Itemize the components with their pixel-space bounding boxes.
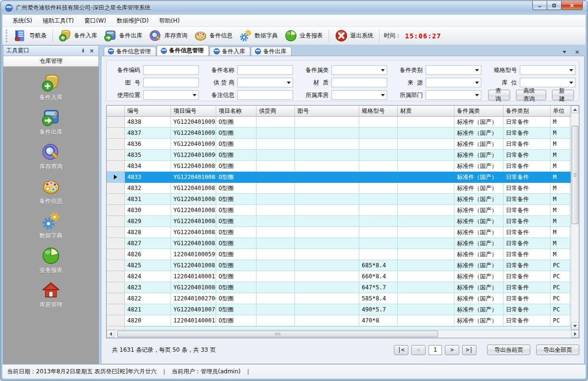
supplier-select[interactable] <box>237 78 293 87</box>
table-row[interactable]: 4837YG12204010092O型圈标准件（国产）日常备件M <box>107 128 571 139</box>
sidebar-item-5[interactable]: 业务报表 <box>3 246 98 274</box>
table-row[interactable]: 48261220401000599O型圈标准件（国产）日常备件M <box>107 249 571 260</box>
export-all-pages-button[interactable]: 导出全部页 <box>536 345 579 355</box>
table-row[interactable]: 4821YG12204010079O型圈490*5.7标准件（国产）日常备件PC <box>107 304 571 315</box>
table-cell: 标准件（国产） <box>454 172 503 183</box>
home-icon <box>41 281 61 300</box>
close-button[interactable] <box>561 1 583 10</box>
sidebar-item-3[interactable]: 备件信息 <box>3 177 98 205</box>
menu-item-2[interactable]: 窗口(W) <box>79 15 111 26</box>
warehouse-select[interactable] <box>331 90 387 100</box>
column-header-4[interactable]: 供货商 <box>257 106 295 116</box>
scroll-left-icon[interactable] <box>107 330 114 338</box>
table-row[interactable]: 4836YG12204010091O型圈标准件（国产）日常备件M <box>107 139 571 150</box>
toolbar-button-0[interactable]: 导航条 <box>11 28 50 44</box>
table-row[interactable]: 4835YG12204010090O型圈标准件（国产）日常备件M <box>107 150 571 161</box>
menu-item-0[interactable]: 系统(S) <box>7 15 37 26</box>
maximize-button[interactable] <box>547 1 562 10</box>
vertical-scroll-thumb[interactable] <box>572 126 578 224</box>
drawing-no-field[interactable] <box>143 78 199 87</box>
table-row[interactable]: 4832YG12204010087O型圈标准件（国产）日常备件M <box>107 183 571 194</box>
horizontal-scroll-thumb[interactable] <box>117 331 438 337</box>
toolbar-button-5[interactable]: 数据字典 <box>236 28 281 44</box>
column-header-1[interactable]: 编号 <box>125 106 171 116</box>
toolbar-button-7[interactable]: 退出系统 <box>331 28 377 44</box>
menu-item-3[interactable]: 数据维护(D) <box>111 15 154 26</box>
query-button[interactable]: 查询 <box>488 90 510 100</box>
sidebar-item-0[interactable]: 备件入库 <box>3 73 98 102</box>
menu-item-1[interactable]: 辅助工具(T) <box>37 15 79 26</box>
table-cell <box>257 260 295 271</box>
part-category-select[interactable] <box>331 65 387 75</box>
sidebar-item-2[interactable]: 库存查询 <box>3 143 98 171</box>
close-icon[interactable] <box>88 47 96 55</box>
sidebar-item-1[interactable]: 备件出库 <box>3 108 98 136</box>
advanced-query-button[interactable]: 高级查询 <box>516 90 546 100</box>
column-header-6[interactable]: 规格型号 <box>359 106 398 116</box>
table-row[interactable]: 4823YG12204010080O型圈647*5.7标准件（国产）日常备件PC <box>107 282 571 293</box>
table-row[interactable]: 4833YG12204010088O型圈标准件（国产）日常备件M <box>107 172 571 183</box>
part-name-field[interactable] <box>237 65 293 75</box>
table-row[interactable]: 4834YG12204010089O型圈标准件（国产）日常备件M <box>107 161 571 172</box>
column-header-3[interactable]: 项目名称 <box>216 106 257 116</box>
toolbar-button-1[interactable]: 备件入库 <box>55 28 100 44</box>
sidebar-item-6[interactable]: 库房管理 <box>3 281 98 309</box>
sidebar-item-4[interactable]: 数据字典 <box>3 212 98 240</box>
menu-item-4[interactable]: 帮助(H) <box>154 15 185 26</box>
tab-list-dropdown-icon[interactable] <box>561 48 568 56</box>
next-page-button[interactable]: > <box>445 345 459 355</box>
column-header-2[interactable]: 项目编号 <box>171 106 216 116</box>
source-select[interactable] <box>426 78 481 87</box>
scroll-down-icon[interactable] <box>571 322 579 330</box>
table-row[interactable]: 4838YG12204010093O型圈标准件（国产）日常备件M <box>107 117 571 128</box>
table-row[interactable]: 48241220401400012O型圈660*8.4标准件（国产）日常备件PC <box>107 271 571 282</box>
pin-icon[interactable] <box>79 47 87 55</box>
column-header-7[interactable]: 材质 <box>398 106 454 116</box>
tab-strip: 备件信息管理备件信息管理备件入库备件出库 <box>101 45 585 56</box>
vertical-scrollbar[interactable] <box>571 106 579 330</box>
new-button[interactable]: 新建 <box>552 90 574 100</box>
table-row[interactable]: 4831YG12204010086O型圈标准件（国产）日常备件M <box>107 194 571 205</box>
horizontal-scrollbar[interactable] <box>107 330 579 338</box>
row-indicator <box>107 117 125 128</box>
remark-field[interactable] <box>237 90 293 100</box>
toolbar-button-2[interactable]: 备件出库 <box>100 28 146 44</box>
sidebar-group-header[interactable]: 仓库管理 <box>3 56 98 67</box>
tab-1[interactable]: 备件信息管理 <box>157 45 209 56</box>
toolbar-button-4[interactable]: 备件信息 <box>191 28 236 44</box>
export-current-page-button[interactable]: 导出当前页 <box>487 345 530 355</box>
location-select[interactable] <box>520 78 576 87</box>
toolbar-grip[interactable] <box>6 30 7 42</box>
spec-model-select[interactable] <box>520 65 576 75</box>
last-page-button[interactable]: >| <box>462 345 477 355</box>
current-page-field[interactable]: 1 <box>429 345 442 355</box>
column-header-8[interactable]: 备件属类 <box>454 106 503 116</box>
use-position-select[interactable] <box>143 90 199 100</box>
department-select[interactable] <box>426 90 481 100</box>
first-page-button[interactable]: |< <box>394 345 408 355</box>
select-all-cell[interactable] <box>107 106 125 116</box>
table-row[interactable]: 4825YG12204010081O型圈685*8.4标准件（国产）日常备件PC <box>107 260 571 271</box>
toolbar-button-6[interactable]: 业务报表 <box>281 28 326 44</box>
tab-0[interactable]: 备件信息管理 <box>104 47 156 56</box>
column-header-5[interactable]: 图号 <box>295 106 359 116</box>
part-class-select[interactable] <box>426 65 481 75</box>
table-row[interactable]: 4830YG12204010085O型圈标准件（国产）日常备件M <box>107 205 571 216</box>
scroll-right-icon[interactable] <box>571 330 579 338</box>
table-row[interactable]: 4829YG12204010084O型圈标准件（国产）日常备件M <box>107 216 571 227</box>
tab-3[interactable]: 备件出库 <box>251 47 292 56</box>
table-row[interactable]: 48201220401400013O型圈470*8标准件（国产）日常备件PC <box>107 315 571 326</box>
toolbar-button-3[interactable]: 库存查询 <box>146 28 191 44</box>
column-header-9[interactable]: 备件类别 <box>503 106 551 116</box>
minimize-button[interactable] <box>532 1 547 10</box>
column-header-10[interactable]: 单位 <box>551 106 570 116</box>
scroll-up-icon[interactable] <box>571 106 579 113</box>
table-row[interactable]: 4827YG12204010082O型圈标准件（国产）日常备件M <box>107 238 571 249</box>
part-code-field[interactable] <box>143 65 199 75</box>
tab-close-icon[interactable] <box>573 48 581 56</box>
table-cell <box>398 139 454 150</box>
material-field[interactable] <box>331 78 387 87</box>
table-row[interactable]: 48221220401002700O型圈585*8.4标准件（国产）日常备件PC <box>107 293 571 304</box>
tab-2[interactable]: 备件入库 <box>209 47 250 56</box>
table-row[interactable]: 4828YG12204010083O型圈标准件（国产）日常备件M <box>107 227 571 238</box>
